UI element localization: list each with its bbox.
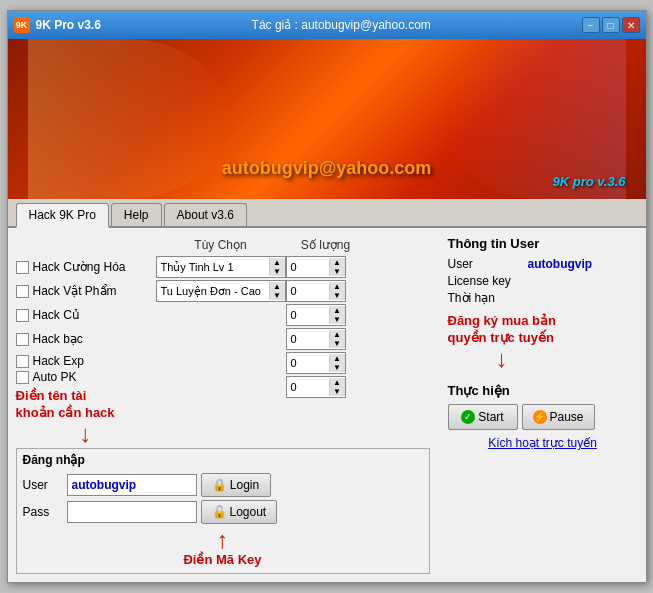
hack-vatpham-select[interactable]: Tu Luyện Đơn - Cao ▲ ▼ (156, 280, 286, 302)
logout-button[interactable]: 🔓 Logout (201, 500, 278, 524)
hack-cu-number[interactable]: 0 ▲ ▼ (286, 304, 346, 326)
info-section-title: Thông tin User (448, 236, 638, 251)
hack-autopk-num-down[interactable]: ▼ (330, 387, 345, 396)
logout-icon: 🔓 (212, 505, 227, 519)
register-annotation-text: Đăng ký mua bảnquyền trực tuyến (448, 313, 556, 347)
hack-vatpham-num-down[interactable]: ▼ (330, 291, 345, 300)
start-label: Start (478, 410, 503, 424)
hack-exp-checkbox[interactable] (16, 355, 29, 368)
hack-exp-num-spinners: ▲ ▼ (329, 354, 345, 372)
maximize-button[interactable]: □ (602, 17, 620, 33)
hack-cuonghoa-num-down[interactable]: ▼ (330, 267, 345, 276)
hack-cu-num-down[interactable]: ▼ (330, 315, 345, 324)
hack-bac-num-up[interactable]: ▲ (330, 330, 345, 339)
hack-vatpham-spin-up[interactable]: ▲ (270, 282, 285, 291)
info-section: Thông tin User User autobugvip License k… (448, 236, 638, 305)
annotation-fill-account-arrow: ↓ (16, 422, 156, 446)
hack-cuonghoa-num-up[interactable]: ▲ (330, 258, 345, 267)
minimize-button[interactable]: − (582, 17, 600, 33)
pass-row: Pass 🔓 Logout (23, 500, 423, 524)
hack-vatpham-spin-down[interactable]: ▼ (270, 291, 285, 300)
hack-autopk-checkbox[interactable] (16, 371, 29, 384)
title-bar-left: 9K 9K Pro v3.6 (14, 17, 101, 33)
hack-bac-num-spinners: ▲ ▼ (329, 330, 345, 348)
autopk-number-row: 0 ▲ ▼ (156, 376, 430, 398)
hack-cuonghoa-spin-up[interactable]: ▲ (270, 258, 285, 267)
hack-cuonghoa-select[interactable]: Thủy Tinh Lv 1 ▲ ▼ (156, 256, 286, 278)
hack-exp-label: Hack Exp (16, 354, 156, 368)
user-row: User 🔒 Login (23, 473, 423, 497)
hack-vatpham-spinners: ▲ ▼ (269, 282, 285, 300)
hack-autopk-num-up[interactable]: ▲ (330, 378, 345, 387)
info-license-label: License key (448, 274, 528, 288)
main-window: 9K 9K Pro v3.6 Tác giả : autobugvip@yaho… (7, 10, 647, 583)
hack-autopk-value: 0 (287, 379, 329, 395)
hack-cuonghoa-checkbox[interactable] (16, 261, 29, 274)
tab-help[interactable]: Help (111, 203, 162, 226)
banner: autobugvip@yahoo.com 9K pro v.3.6 (8, 39, 646, 199)
title-bar: 9K 9K Pro v3.6 Tác giả : autobugvip@yaho… (8, 11, 646, 39)
hack-cuonghoa-spin-down[interactable]: ▼ (270, 267, 285, 276)
hack-autopk-label: Auto PK (16, 370, 156, 384)
start-button[interactable]: ✓ Start (448, 404, 518, 430)
hack-row-bac: Hack bạc 0 ▲ ▼ (16, 328, 430, 350)
banner-version: 9K pro v.3.6 (553, 174, 626, 189)
hack-bac-num-down[interactable]: ▼ (330, 339, 345, 348)
hack-exp-num-up[interactable]: ▲ (330, 354, 345, 363)
register-annotation-arrow: ↓ (448, 347, 556, 371)
hack-exp-num-down[interactable]: ▼ (330, 363, 345, 372)
hack-cuonghoa-select-display: Thủy Tinh Lv 1 (157, 259, 269, 276)
col-soluong-header: Số lượng (286, 238, 366, 252)
hack-vatpham-num-up[interactable]: ▲ (330, 282, 345, 291)
hack-cuonghoa-num-spinners: ▲ ▼ (329, 258, 345, 276)
hack-vatpham-number[interactable]: 0 ▲ ▼ (286, 280, 346, 302)
hack-cuonghoa-label: Hack Cường Hóa (16, 260, 156, 274)
main-content: Tùy Chọn Số lượng Hack Cường Hóa Thủy Ti… (8, 228, 646, 582)
fill-key-arrow: ↑ (23, 528, 423, 552)
info-user-value: autobugvip (528, 257, 593, 271)
info-license-row: License key (448, 274, 638, 288)
hack-cuonghoa-text: Hack Cường Hóa (33, 260, 126, 274)
hack-vatpham-text: Hack Vật Phẩm (33, 284, 117, 298)
annotation-fill-account-text: Điền tên tàikhoản cần hack (16, 388, 156, 422)
hack-exp-number[interactable]: 0 ▲ ▼ (286, 352, 346, 374)
hack-cu-value: 0 (287, 307, 329, 323)
pause-label: Pause (550, 410, 584, 424)
hack-row-vatpham: Hack Vật Phẩm Tu Luyện Đơn - Cao ▲ ▼ 0 ▲… (16, 280, 430, 302)
hack-autopk-number[interactable]: 0 ▲ ▼ (286, 376, 346, 398)
login-section-title: Đăng nhập (23, 453, 423, 467)
col-tuychon-header: Tùy Chọn (156, 238, 286, 252)
close-button[interactable]: ✕ (622, 17, 640, 33)
hack-cu-checkbox[interactable] (16, 309, 29, 322)
user-input[interactable] (67, 474, 197, 496)
annotation-fill-account-row: Hack Exp Auto PK Điền tên tàikhoản cần h… (16, 352, 430, 446)
hack-row-autopk: Auto PK (16, 370, 156, 384)
hack-bac-checkbox[interactable] (16, 333, 29, 346)
pass-label: Pass (23, 505, 63, 519)
login-button[interactable]: 🔒 Login (201, 473, 271, 497)
annotation-fill-account: Điền tên tàikhoản cần hack ↓ (16, 388, 156, 446)
hack-cuonghoa-number[interactable]: 0 ▲ ▼ (286, 256, 346, 278)
pass-input[interactable] (67, 501, 197, 523)
app-icon: 9K (14, 17, 30, 33)
hack-row-cu: Hack Củ 0 ▲ ▼ (16, 304, 430, 326)
activate-link[interactable]: Kích hoạt trực tuyến (448, 436, 638, 450)
left-panel: Tùy Chọn Số lượng Hack Cường Hóa Thủy Ti… (16, 236, 430, 574)
fill-key-text: Điền Mã Key (23, 552, 423, 569)
hack-row-exp: Hack Exp (16, 354, 156, 368)
rows-5-6-numbers: 0 ▲ ▼ 0 ▲ (156, 352, 430, 398)
tab-bar: Hack 9K Pro Help About v3.6 (8, 199, 646, 228)
pause-button[interactable]: ⚡ Pause (522, 404, 595, 430)
hack-vatpham-checkbox[interactable] (16, 285, 29, 298)
hack-vatpham-value: 0 (287, 283, 329, 299)
exp-number-row: 0 ▲ ▼ (156, 352, 430, 374)
hack-cu-num-up[interactable]: ▲ (330, 306, 345, 315)
hack-bac-number[interactable]: 0 ▲ ▼ (286, 328, 346, 350)
login-section: Đăng nhập User 🔒 Login Pass 🔓 Logout (16, 448, 430, 574)
user-label: User (23, 478, 63, 492)
annotation-fill-account-block: Hack Exp Auto PK Điền tên tàikhoản cần h… (16, 352, 156, 446)
tab-about[interactable]: About v3.6 (164, 203, 247, 226)
register-annotation-block: Đăng ký mua bảnquyền trực tuyến ↓ (448, 313, 638, 371)
tab-hack9kpro[interactable]: Hack 9K Pro (16, 203, 109, 228)
right-panel: Thông tin User User autobugvip License k… (438, 236, 638, 574)
